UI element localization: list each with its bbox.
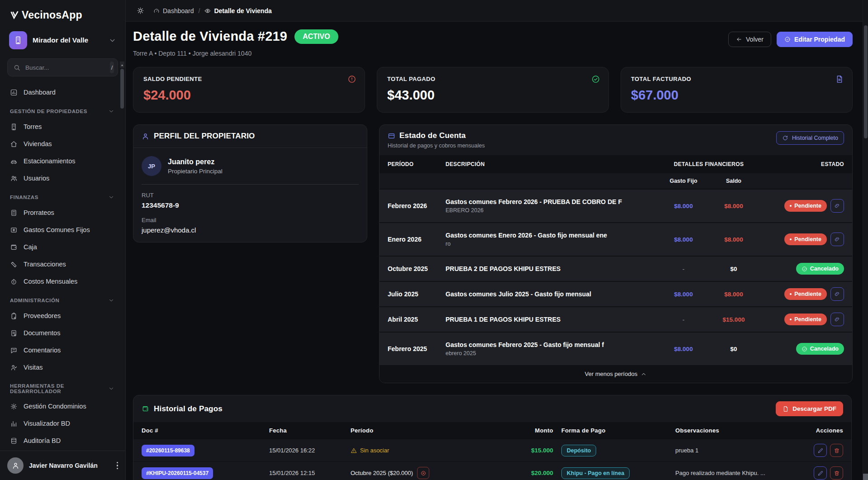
app-logo-text: VecinosApp [22, 9, 82, 21]
sidebar-item-debug-khipu[interactable]: Debug Khipu [5, 449, 119, 451]
calculator-icon [10, 209, 18, 217]
sidebar-item-visitas[interactable]: Visitas [5, 359, 119, 376]
sidebar-item-transacciones[interactable]: Transacciones [5, 256, 119, 273]
owner-name: Juanito perez [168, 158, 223, 166]
vecinosapp-window: VecinosApp Mirador del Valle / Dashboard… [0, 0, 868, 480]
bar-chart-icon [10, 420, 18, 428]
sidebar-item-caja[interactable]: Caja [5, 238, 119, 256]
sidebar-item-comentarios[interactable]: Comentarios [5, 342, 119, 359]
sidebar-item-torres[interactable]: Torres [5, 118, 119, 135]
condo-building-icon [9, 31, 27, 49]
sidebar-item-gastos-comunes-fijos[interactable]: Gastos Comunes Fijos [5, 221, 119, 238]
estado-cuenta-table-header: PERÍODO DESCRIPCIÓN DETALLES FINANCIEROS… [379, 155, 852, 173]
pendiente-badge: Pendiente [784, 233, 827, 245]
perfil-title: PERFIL DEL PROPIETARIO [154, 132, 255, 141]
estado-row-febrero-2026: Febrero 2026 Gastos comunes Febrero 2026… [379, 189, 852, 222]
scroll-thumb[interactable] [864, 25, 868, 138]
condo-selector[interactable]: Mirador del Valle [0, 27, 125, 57]
chevron-down-icon [108, 108, 114, 114]
main-area: Dashboard / Detalle de Vivienda Detalle … [126, 0, 863, 480]
person-icon [142, 133, 149, 140]
sidebar-section-finanzas[interactable]: FINANZAS [5, 187, 119, 204]
scroll-up-arrow[interactable]: ▲ [120, 62, 124, 68]
theme-toggle-sun-icon[interactable] [137, 7, 144, 14]
search-shortcut-kbd: / [110, 62, 114, 73]
trash-icon [834, 447, 840, 454]
link-payment-button[interactable] [830, 287, 844, 301]
estado-row-julio-2025: Julio 2025 Gastos comunes Julio 2025 - G… [379, 281, 852, 306]
perfil-propietario-card: PERFIL DEL PROPIETARIO JP Juanito perez … [133, 124, 367, 242]
estado-row-abril-2025: Abril 2025 PRUEBA 1 DE PAGOS KHIPU ESTRE… [379, 306, 852, 332]
scroll-down-arrow[interactable] [863, 474, 868, 480]
pendiente-badge: Pendiente [784, 200, 827, 212]
condo-name: Mirador del Valle [33, 36, 103, 44]
page-scrollbar[interactable] [863, 0, 868, 480]
doc-number-badge[interactable]: #20260115-89638 [142, 445, 194, 456]
clipboard-icon [10, 312, 18, 320]
sidebar-scrollbar[interactable]: ▲ [120, 62, 124, 451]
wallet-icon [142, 405, 149, 413]
delete-payment-button[interactable] [830, 466, 843, 480]
link-payment-button[interactable] [830, 199, 844, 213]
unlink-period-button[interactable] [417, 467, 429, 479]
coin-icon [10, 278, 18, 285]
eye-icon [204, 8, 211, 14]
editar-propiedad-button[interactable]: Editar Propiedad [777, 32, 853, 47]
breadcrumb-dashboard[interactable]: Dashboard [153, 7, 194, 14]
sidebar-item-visualizador-bd[interactable]: Visualizador BD [5, 415, 119, 432]
search-input[interactable] [25, 64, 105, 71]
sidebar-item-prorrateos[interactable]: Prorrateos [5, 204, 119, 221]
sidebar-item-viviendas[interactable]: Viviendas [5, 135, 119, 152]
arrow-left-icon [736, 36, 742, 43]
chevron-down-icon [108, 297, 114, 304]
sidebar-item-estacionamientos[interactable]: Estacionamientos [5, 152, 119, 170]
sidebar-item-proveedores[interactable]: Proveedores [5, 307, 119, 324]
sidebar-item-gestion-condominios[interactable]: Gestión Condominios [5, 398, 119, 415]
owner-email: juperez@vhoda.cl [142, 226, 359, 234]
edit-payment-button[interactable] [814, 444, 827, 457]
card-dollar-icon [10, 226, 18, 234]
link-payment-button[interactable] [830, 313, 844, 326]
check-circle-icon [784, 36, 791, 43]
pencil-icon [817, 470, 824, 476]
sidebar-section-administracion[interactable]: ADMINISTRACIÓN [5, 290, 119, 307]
sidebar-item-costos-mensuales[interactable]: Costos Mensuales [5, 273, 119, 290]
sidebar-section-gestion-propiedades[interactable]: GESTIÓN DE PROPIEDADES [5, 101, 119, 118]
doc-number-badge[interactable]: #KHIPU-20260115-04537 [142, 467, 213, 479]
sidebar-item-dashboard[interactable]: Dashboard [5, 84, 119, 101]
pendiente-badge: Pendiente [784, 314, 827, 325]
home-icon [10, 140, 18, 148]
edit-payment-button[interactable] [814, 466, 827, 480]
users-icon [10, 175, 18, 182]
user-menu[interactable]: Javier Navarro Gavilán [0, 451, 125, 480]
delete-payment-button[interactable] [830, 444, 843, 457]
scroll-thumb[interactable] [120, 69, 124, 109]
sidebar-search[interactable]: / [7, 58, 118, 76]
ver-menos-periodos-button[interactable]: Ver menos períodos [379, 365, 852, 383]
estado-cuenta-subheader: Gasto Fijo Saldo [379, 173, 852, 189]
breadcrumb-detalle-vivienda: Detalle de Vivienda [204, 7, 271, 14]
stat-value: $67.000 [631, 88, 842, 103]
sidebar-item-auditoria-bd[interactable]: Auditoría BD [5, 432, 119, 449]
alert-circle-icon [347, 75, 356, 86]
check-circle-icon [802, 266, 807, 272]
check-circle-icon [591, 75, 600, 86]
sidebar-section-herramientas[interactable]: HERRAMIENTAS DE DESARROLLADOR [5, 376, 119, 398]
cancelado-badge: Cancelado [796, 343, 844, 355]
sidebar-item-documentos[interactable]: Documentos [5, 324, 119, 342]
kebab-menu-icon[interactable] [117, 462, 119, 470]
estado-cuenta-title: Estado de Cuenta [399, 131, 466, 140]
credit-card-icon [388, 132, 395, 140]
paperclip-icon [834, 236, 840, 242]
historial-completo-button[interactable]: Historial Completo [776, 131, 844, 145]
topbar: Dashboard / Detalle de Vivienda [126, 0, 863, 22]
link-payment-button[interactable] [830, 233, 844, 246]
chat-icon [10, 347, 18, 354]
sidebar-item-usuarios[interactable]: Usuarios [5, 170, 119, 187]
vecinos-logo-icon [10, 10, 21, 21]
descargar-pdf-button[interactable]: Descargar PDF [776, 401, 843, 416]
volver-button[interactable]: Volver [728, 32, 771, 47]
sidebar-nav: Dashboard GESTIÓN DE PROPIEDADES Torres … [0, 83, 125, 451]
pago-row-2: #KHIPU-20260115-04537 15/01/2026 12:15 O… [133, 461, 851, 480]
pdf-file-icon [783, 406, 789, 412]
